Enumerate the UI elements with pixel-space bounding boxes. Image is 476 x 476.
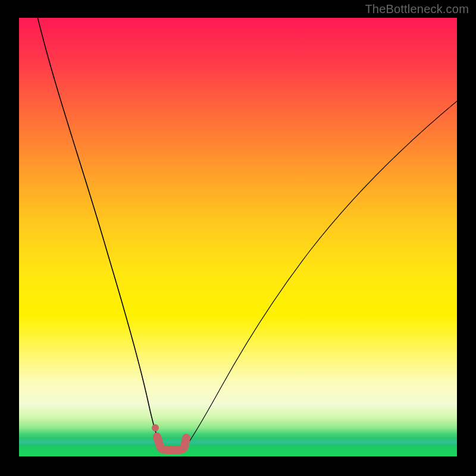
chart-frame: TheBottleneck.com	[0, 0, 476, 476]
left-curve	[36, 18, 164, 450]
plot-area	[19, 18, 457, 456]
right-curve	[183, 101, 457, 450]
trough-dot	[152, 424, 159, 431]
watermark-label: TheBottleneck.com	[365, 2, 469, 16]
trough-marker	[157, 437, 186, 450]
curves-svg	[19, 18, 457, 456]
